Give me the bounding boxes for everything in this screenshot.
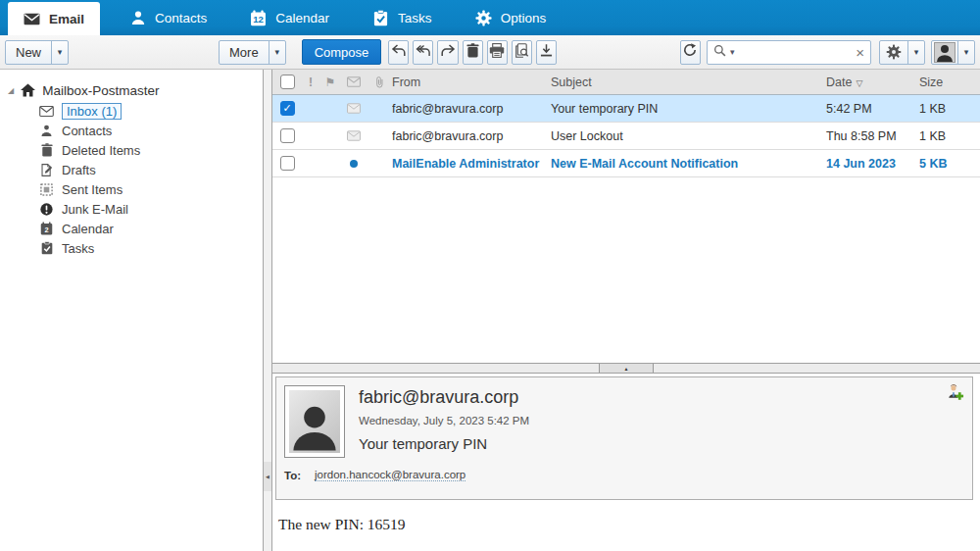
contacts-person-icon — [39, 124, 54, 138]
tree-expander-icon[interactable]: ◢ — [8, 86, 14, 95]
settings-button[interactable]: ▾ — [879, 40, 925, 65]
sidebar-item-drafts-label: Drafts — [62, 163, 96, 177]
row1-checkbox[interactable]: ✓ — [280, 101, 295, 116]
compose-button[interactable]: Compose — [302, 39, 382, 65]
tab-tasks-label: Tasks — [398, 11, 432, 25]
subject-column-header[interactable]: Subject — [551, 75, 826, 89]
importance-column-icon[interactable]: ! — [302, 75, 319, 89]
inbox-envelope-icon — [39, 104, 54, 119]
sidebar-item-inbox[interactable]: Inbox (1) — [0, 101, 263, 121]
email-tab-envelope-icon — [24, 11, 40, 27]
refresh-button[interactable] — [680, 40, 701, 65]
tasks-clipboard-icon — [372, 10, 389, 26]
more-caret-icon[interactable]: ▾ — [269, 41, 285, 64]
sent-items-icon — [39, 182, 54, 197]
message-header-card: fabric@bravura.corp Wednesday, July 5, 2… — [275, 376, 973, 500]
row2-size: 1 KB — [919, 129, 980, 143]
toolbar: New ▾ More ▾ Compose — [0, 35, 980, 70]
tab-contacts[interactable]: Contacts — [116, 0, 220, 35]
row2-checkbox[interactable] — [280, 128, 295, 143]
read-status-column-icon[interactable] — [341, 76, 367, 87]
select-all-checkbox[interactable] — [280, 75, 295, 89]
size-column-header[interactable]: Size — [919, 75, 980, 89]
delete-button[interactable] — [463, 40, 483, 65]
search-box[interactable]: ▾ × — [707, 40, 871, 65]
row3-checkbox[interactable] — [280, 156, 295, 171]
view-source-button[interactable] — [512, 40, 532, 65]
folder-sidebar: ◢ Mailbox-Postmaster Inbox (1) Contacts — [0, 70, 263, 551]
mailbox-root[interactable]: ◢ Mailbox-Postmaster — [0, 79, 263, 101]
new-button[interactable]: New ▾ — [5, 40, 69, 65]
sidebar-item-sent-items[interactable]: Sent Items — [0, 179, 263, 199]
print-button[interactable] — [487, 40, 508, 65]
checkmark-icon: ✓ — [282, 102, 291, 115]
message-list-empty-area — [272, 177, 980, 363]
sidebar-item-tasks[interactable]: Tasks — [0, 238, 263, 258]
message-list-header: ! ⚑ From Subject Date▽ Size — [272, 70, 980, 95]
sidebar-item-deleted-items[interactable]: Deleted Items — [0, 140, 263, 160]
tab-options[interactable]: Options — [462, 0, 561, 35]
sidebar-item-calendar[interactable]: 2 Calendar — [0, 219, 263, 238]
from-column-header[interactable]: From — [392, 75, 551, 89]
tab-email[interactable]: Email — [8, 2, 100, 35]
printer-icon — [489, 43, 505, 62]
sidebar-item-junk-label: Junk E-Mail — [62, 202, 128, 217]
gear-icon — [880, 41, 907, 64]
attachment-column-icon[interactable] — [367, 75, 392, 89]
preview-collapse-handle[interactable]: ▲ — [599, 364, 654, 373]
forward-button[interactable] — [437, 40, 458, 65]
sidebar-item-calendar-label: Calendar — [62, 222, 114, 236]
account-button[interactable]: ▾ — [931, 40, 975, 65]
message-row-1[interactable]: ✓ fabric@bravura.corp Your temporary PIN… — [272, 95, 980, 123]
collapse-up-icon: ▲ — [624, 366, 629, 372]
reply-button[interactable] — [388, 40, 409, 65]
tab-contacts-label: Contacts — [155, 11, 207, 25]
trash-icon — [39, 143, 54, 158]
row2-subject: User Lockout — [551, 129, 826, 143]
preview-pane: fabric@bravura.corp Wednesday, July 5, 2… — [272, 374, 980, 551]
settings-caret-icon[interactable]: ▾ — [907, 41, 924, 64]
date-column-header[interactable]: Date▽ — [826, 75, 919, 89]
main-area: ◢ Mailbox-Postmaster Inbox (1) Contacts — [0, 70, 980, 551]
download-button[interactable] — [536, 40, 557, 65]
tab-tasks[interactable]: Tasks — [359, 0, 446, 35]
sidebar-calendar-day: 2 — [44, 225, 48, 234]
home-icon — [21, 83, 35, 97]
forward-icon — [440, 43, 456, 61]
reply-all-button[interactable] — [413, 40, 433, 65]
message-row-3[interactable]: MailEnable Administrator New E-Mail Acco… — [272, 150, 980, 177]
search-clear-icon[interactable]: × — [856, 45, 864, 60]
calendar-icon-day: 12 — [254, 14, 265, 25]
sidebar-item-drafts[interactable]: Drafts — [0, 160, 263, 179]
sidebar-item-inbox-label: Inbox (1) — [62, 103, 122, 120]
sidebar-collapse-handle[interactable]: ◀ — [264, 462, 271, 491]
row1-size: 1 KB — [919, 102, 980, 116]
view-source-icon — [514, 43, 529, 62]
sidebar-item-junk[interactable]: Junk E-Mail — [0, 199, 263, 219]
more-button-label: More — [220, 41, 269, 64]
tab-calendar[interactable]: 12 Calendar — [236, 0, 343, 35]
message-pane: ! ⚑ From Subject Date▽ Size ✓ — [272, 70, 980, 551]
message-row-2[interactable]: fabric@bravura.corp User Lockout Thu 8:5… — [272, 123, 980, 150]
sender-avatar — [284, 385, 345, 458]
preview-splitter[interactable]: ▲ — [272, 363, 980, 374]
sidebar-item-contacts[interactable]: Contacts — [0, 121, 263, 140]
drafts-page-pencil-icon — [39, 163, 54, 177]
search-scope-caret-icon[interactable]: ▾ — [730, 47, 735, 57]
download-icon — [540, 43, 553, 62]
search-input[interactable] — [739, 45, 853, 59]
options-gear-icon — [475, 10, 492, 26]
flag-column-icon[interactable]: ⚑ — [319, 75, 341, 89]
new-caret-icon[interactable]: ▾ — [51, 41, 68, 64]
account-caret-icon[interactable]: ▾ — [957, 41, 974, 64]
message-body: The new PIN: 16519 — [272, 500, 980, 533]
read-envelope-icon — [341, 103, 367, 114]
trash-icon — [466, 43, 479, 62]
preview-datetime: Wednesday, July 5, 2023 5:42 PM — [359, 415, 529, 426]
tab-options-label: Options — [501, 11, 547, 25]
sidebar-splitter[interactable]: ◀ — [263, 70, 272, 551]
top-nav: Email Contacts 12 Calendar Tasks Options — [0, 0, 980, 35]
recipient-link[interactable]: jordon.hancock@bravura.corp — [315, 469, 466, 481]
add-contact-button[interactable] — [945, 383, 964, 405]
more-button[interactable]: More ▾ — [219, 40, 286, 65]
